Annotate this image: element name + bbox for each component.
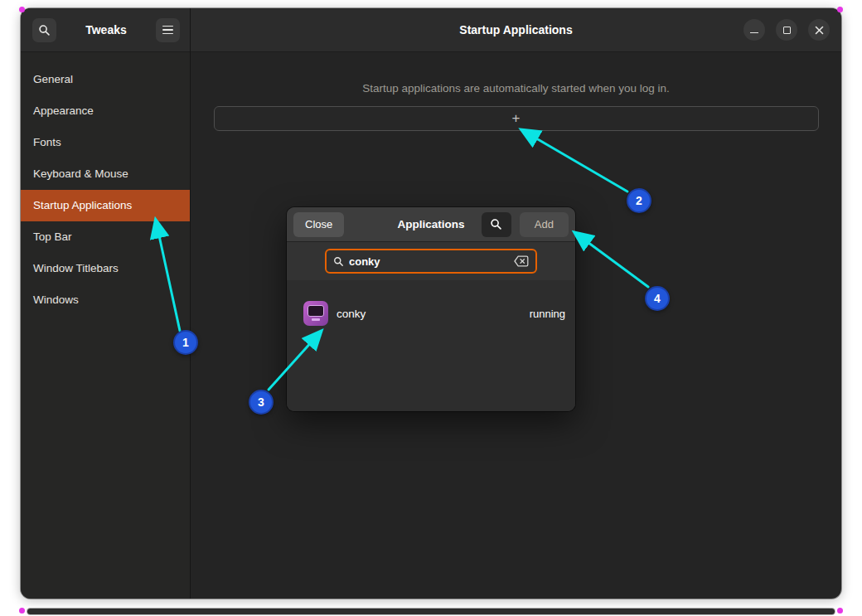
bottom-edge-bar bbox=[27, 609, 835, 614]
sidebar-headerbar: Tweaks bbox=[21, 8, 190, 52]
main-headerbar: Startup Applications bbox=[191, 8, 841, 52]
dialog-add-button[interactable]: Add bbox=[520, 212, 569, 237]
sidebar: Tweaks General Appearance Fonts Keyboard… bbox=[21, 8, 191, 599]
page: Tweaks General Appearance Fonts Keyboard… bbox=[0, 0, 862, 616]
corner-marker-top-left bbox=[19, 7, 25, 12]
sidebar-nav: General Appearance Fonts Keyboard & Mous… bbox=[21, 52, 190, 316]
search-icon bbox=[490, 218, 502, 230]
sidebar-item-windows[interactable]: Windows bbox=[21, 284, 190, 316]
search-icon bbox=[333, 256, 344, 267]
maximize-button[interactable] bbox=[776, 19, 797, 41]
sidebar-item-appearance[interactable]: Appearance bbox=[21, 95, 190, 127]
add-startup-row-button[interactable]: + bbox=[214, 106, 819, 131]
corner-marker-top-right bbox=[837, 7, 843, 12]
list-item-conky[interactable]: conky running bbox=[287, 290, 575, 337]
plus-icon: + bbox=[512, 110, 521, 126]
sidebar-item-window-titlebars[interactable]: Window Titlebars bbox=[21, 253, 190, 284]
dialog-headerbar: Close Applications Add bbox=[287, 207, 575, 242]
sidebar-item-general[interactable]: General bbox=[21, 64, 190, 95]
dialog-close-button[interactable]: Close bbox=[293, 212, 344, 237]
clear-backspace-icon[interactable] bbox=[514, 255, 529, 267]
app-status: running bbox=[530, 308, 565, 320]
dialog-header-actions: Add bbox=[482, 212, 569, 237]
sidebar-item-top-bar[interactable]: Top Bar bbox=[21, 221, 190, 253]
minimize-button[interactable] bbox=[743, 19, 765, 41]
search-icon bbox=[38, 24, 51, 36]
sidebar-item-keyboard-mouse[interactable]: Keyboard & Mouse bbox=[21, 158, 190, 190]
minimize-icon bbox=[750, 32, 758, 34]
sidebar-search-button[interactable] bbox=[32, 18, 56, 42]
close-window-button[interactable] bbox=[808, 19, 830, 41]
dialog-app-list: conky running bbox=[287, 280, 575, 411]
dialog-search-input[interactable] bbox=[349, 255, 509, 268]
applications-dialog: Close Applications Add bbox=[287, 207, 575, 411]
app-name: conky bbox=[337, 308, 366, 320]
maximize-icon bbox=[783, 27, 791, 34]
dialog-search-toggle-button[interactable] bbox=[482, 212, 511, 237]
startup-apps-description: Startup applications are automatically s… bbox=[191, 82, 841, 95]
close-icon bbox=[815, 26, 824, 35]
sidebar-item-startup-applications[interactable]: Startup Applications bbox=[21, 190, 190, 221]
sidebar-item-fonts[interactable]: Fonts bbox=[21, 127, 190, 158]
conky-app-icon bbox=[303, 301, 328, 326]
hamburger-icon bbox=[162, 26, 173, 35]
menu-button[interactable] bbox=[156, 18, 180, 42]
corner-marker-bottom-left bbox=[19, 608, 25, 614]
window-controls bbox=[743, 19, 830, 41]
app-title: Tweaks bbox=[56, 23, 156, 36]
dialog-search-row bbox=[287, 242, 575, 280]
corner-marker-bottom-right bbox=[837, 608, 843, 614]
dialog-search-entry[interactable] bbox=[325, 249, 537, 274]
